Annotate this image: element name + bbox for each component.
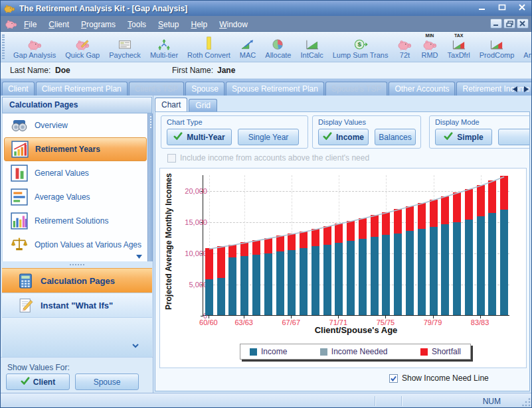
- sidebar-item-retirement-years[interactable]: Retirement Years: [4, 137, 147, 161]
- sidebar-splitter[interactable]: [2, 261, 152, 268]
- bars-horiz-icon: [9, 188, 29, 206]
- subtab-grid[interactable]: Grid: [189, 99, 217, 111]
- single-year-button[interactable]: Single Year: [238, 129, 299, 145]
- tab-spouse-retirement-plan[interactable]: Spouse Retirement Plan: [226, 82, 324, 96]
- mdi-close-icon[interactable]: [517, 19, 529, 29]
- status-separator: [375, 396, 376, 406]
- sidebar-band-instant-what-ifs-[interactable]: Instant "What Ifs": [2, 293, 152, 317]
- roth-bar-icon: [205, 36, 213, 50]
- mdi-restore-icon[interactable]: [503, 19, 515, 29]
- need-line-label: Show Income Need Line: [402, 374, 489, 383]
- chart-area: Projected Average Monthly Incomes 05,000…: [159, 168, 527, 368]
- include-income-checkbox-row[interactable]: Include income from accounts above the c…: [167, 153, 369, 163]
- menu-help[interactable]: Help: [185, 18, 213, 31]
- chart-plot: 05,00010,00015,00020,000: [203, 175, 509, 316]
- toolbar-button-prodcomp[interactable]: ProdComp: [475, 33, 519, 61]
- toolbar-badge: TAX: [454, 33, 463, 38]
- menu-programs[interactable]: Programs: [75, 18, 122, 31]
- mdi-minimize-icon[interactable]: [490, 19, 502, 29]
- include-income-label: Include income from accounts above the c…: [180, 153, 369, 163]
- legend-item-income-needed: Income Needed: [320, 347, 388, 356]
- toolbar-button-allocate[interactable]: Allocate: [260, 33, 296, 61]
- tab-other-accounts[interactable]: Other Accounts: [389, 82, 455, 96]
- toolbar-button-rmd[interactable]: MINRMD: [416, 33, 442, 61]
- maximize-icon[interactable]: [497, 3, 507, 12]
- legend-swatch-icon: [420, 348, 428, 356]
- toolbar-badge: MIN: [426, 33, 434, 38]
- tab-scroll-right-icon[interactable]: [524, 83, 529, 95]
- y-tick-label: 15,000: [174, 218, 207, 226]
- toolbar-button-paycheck[interactable]: Paycheck: [104, 33, 145, 61]
- status-bar: NUM: [1, 393, 532, 408]
- tab-client[interactable]: Client: [2, 82, 35, 96]
- scales-icon: [9, 237, 29, 252]
- num-lock-indicator: NUM: [483, 397, 501, 406]
- y-tick-label: 10,000: [174, 249, 207, 257]
- pig-icon: [422, 36, 437, 50]
- close-icon[interactable]: [517, 3, 527, 12]
- app-pig-icon: [3, 3, 15, 14]
- balances-button[interactable]: Balances: [375, 129, 416, 145]
- check-icon: [21, 377, 30, 387]
- sidebar-item-retirement-solutions[interactable]: Retirement Solutions: [4, 209, 147, 233]
- multi-year-button[interactable]: Multi-Year: [167, 129, 232, 145]
- check-icon: [444, 132, 453, 142]
- menu-window[interactable]: Window: [213, 18, 254, 31]
- menu-setup[interactable]: Setup: [152, 18, 185, 31]
- toolbar-button-multi-tier[interactable]: Multi-tier: [145, 33, 183, 61]
- toolbar-grip[interactable]: [2, 34, 5, 59]
- need-line-checkbox-row[interactable]: Show Income Need Line: [389, 374, 489, 383]
- show-values-spouse-button[interactable]: Spouse: [75, 374, 139, 390]
- y-tick-label: 5,000: [174, 281, 207, 289]
- tab-scroll-left-icon[interactable]: [513, 83, 517, 95]
- toolbar-button-72t[interactable]: 72t: [393, 33, 416, 61]
- tab-spouse[interactable]: Spouse: [185, 82, 224, 96]
- sidebar-header: Calculation Pages: [2, 97, 152, 113]
- sidebar-item-partial[interactable]: [4, 257, 147, 261]
- minimize-icon[interactable]: [477, 3, 488, 12]
- legend-item-shortfall: Shortfall: [420, 347, 461, 356]
- y-axis-title: Projected Average Monthly Incomes: [164, 171, 173, 312]
- menu-bar: FileClientProgramsToolsSetupHelpWindow: [1, 16, 532, 32]
- show-values-client-button[interactable]: Client: [6, 374, 70, 390]
- calculator-icon: [14, 273, 37, 289]
- menu-client[interactable]: Client: [43, 18, 75, 31]
- chevron-down-icon[interactable]: [132, 339, 139, 351]
- calculation-chart-panel: Chart TypeMulti-YearSingle YearDisplay V…: [155, 111, 530, 391]
- include-income-checkbox[interactable]: [167, 154, 176, 163]
- menu-tools[interactable]: Tools: [122, 18, 152, 31]
- income-button[interactable]: Income: [318, 129, 369, 145]
- group-chart-type: Chart TypeMulti-YearSingle Year: [161, 115, 308, 149]
- menu-pig-icon: [5, 19, 18, 29]
- chart-updown-icon: [489, 36, 504, 50]
- toolbar-button-intcalc[interactable]: IntCalc: [296, 33, 327, 61]
- sidebar-band-calculation-pages[interactable]: Calculation Pages: [2, 268, 152, 293]
- menu-file[interactable]: File: [18, 18, 43, 31]
- simple-button[interactable]: Simple: [435, 129, 492, 145]
- toolbar-button-roth-convert[interactable]: Roth Convert: [183, 33, 235, 61]
- paycheck-icon: [118, 36, 132, 50]
- sidebar-list: OverviewRetirement YearsGeneral ValuesAv…: [2, 113, 148, 261]
- sidebar-scrollbar[interactable]: [147, 113, 153, 261]
- display-mode-partial-button[interactable]: [498, 129, 530, 145]
- subtab-chart[interactable]: Chart: [155, 98, 187, 111]
- sidebar-item-option-values-at-various-ages[interactable]: Option Values at Various Ages: [4, 233, 147, 257]
- sidebar-item-overview[interactable]: Overview: [4, 113, 147, 137]
- toolbar-button-taxdfrl[interactable]: TAXTaxDfrl: [443, 33, 475, 61]
- toolbar-button-mac[interactable]: MAC: [235, 33, 260, 61]
- toolbar-button-gap-analysis[interactable]: Gap Analysis: [9, 33, 60, 61]
- toolbar-button-quick-gap[interactable]: Quick Gap: [60, 33, 104, 61]
- tab-client-retirement-plan[interactable]: Client Retirement Plan: [36, 82, 128, 96]
- group-display-values: Display ValuesIncomeBalances: [312, 115, 421, 149]
- window-title: The Retirement Analysis Kit - [Gap Analy…: [19, 4, 187, 13]
- show-values-section: Show Values For: ClientSpouse: [1, 357, 153, 393]
- sidebar-item-average-values[interactable]: Average Values: [4, 185, 147, 209]
- need-line-checkbox[interactable]: [389, 374, 398, 383]
- intcalc-chart-icon: [305, 36, 319, 50]
- chart-multi-icon: [9, 212, 29, 230]
- pig-icon: [27, 36, 42, 50]
- sidebar-item-general-values[interactable]: General Values: [4, 161, 147, 185]
- toolbar-button-anncomp[interactable]: AnnComp: [519, 33, 532, 61]
- resize-grip-icon[interactable]: [522, 398, 531, 407]
- toolbar-button-lump-sum-trans[interactable]: $Lump Sum Trans: [328, 33, 393, 61]
